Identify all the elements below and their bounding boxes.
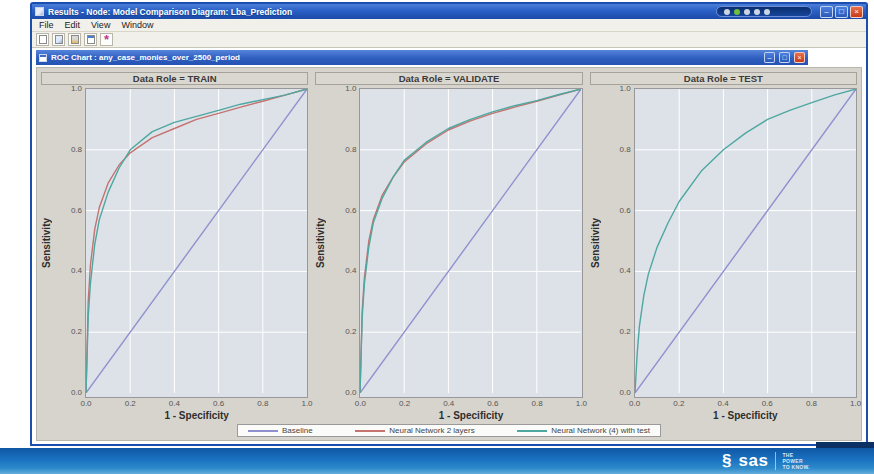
results-app-icon — [35, 7, 44, 16]
x-tick-label: 0.6 — [213, 399, 224, 408]
document-icon — [39, 35, 47, 44]
close-button[interactable]: × — [850, 6, 863, 18]
menu-view[interactable]: View — [91, 20, 110, 30]
legend-item-nn4: Neural Network (4) with test — [517, 426, 650, 435]
tagline-line: TO KNOW. — [782, 464, 810, 470]
y-axis-ticks: 0.00.20.40.60.81.0 — [603, 88, 634, 398]
x-tick-label: 0.2 — [125, 399, 136, 408]
panels-row: Data Role = TRAIN Sensitivity 0.00.20.40… — [41, 72, 857, 419]
x-tick-label: 0.8 — [257, 399, 268, 408]
roc-panel-validate: Data Role = VALIDATE Sensitivity 0.00.20… — [315, 72, 582, 419]
roc-curves-svg — [635, 89, 856, 393]
y-tick-label: 0.8 — [345, 145, 356, 154]
y-tick-label: 0.8 — [620, 145, 631, 154]
y-tick-label: 0.4 — [71, 266, 82, 275]
x-axis-ticks: 0.00.20.40.60.81.0 — [359, 398, 582, 409]
x-tick-label: 1.0 — [576, 399, 587, 408]
plot-area-test — [634, 88, 857, 398]
y-tick-label: 1.0 — [71, 84, 82, 93]
y-tick-label: 0.8 — [71, 145, 82, 154]
y-tick-label: 1.0 — [345, 84, 356, 93]
results-window: Results - Node: Model Comparison Diagram… — [30, 2, 868, 446]
print-icon[interactable] — [68, 33, 81, 46]
recorder-record-button[interactable] — [734, 9, 740, 15]
x-tick-label: 0.6 — [762, 399, 773, 408]
roc-panel-test: Data Role = TEST Sensitivity 0.00.20.40.… — [590, 72, 857, 419]
x-tick-label: 0.0 — [629, 399, 640, 408]
y-tick-label: 0.6 — [71, 206, 82, 215]
x-tick-label: 1.0 — [850, 399, 861, 408]
recorder-button[interactable] — [764, 9, 770, 15]
menu-edit[interactable]: Edit — [65, 20, 81, 30]
recorder-button[interactable] — [744, 9, 750, 15]
printer-icon — [71, 35, 79, 44]
legend-line-swatch — [248, 430, 278, 432]
y-axis-label: Sensitivity — [590, 88, 603, 398]
recorder-button[interactable] — [724, 9, 730, 15]
legend-line-swatch — [517, 430, 547, 432]
toolbar: * — [32, 32, 866, 48]
x-tick-label: 0.4 — [443, 399, 454, 408]
run-icon[interactable]: * — [100, 33, 113, 46]
menu-window[interactable]: Window — [121, 20, 153, 30]
x-tick-label: 0.2 — [673, 399, 684, 408]
maximize-button[interactable]: □ — [835, 6, 848, 18]
title-bar[interactable]: Results - Node: Model Comparison Diagram… — [32, 4, 866, 19]
roc-curves-svg — [360, 89, 581, 393]
menu-bar: File Edit View Window — [32, 19, 866, 32]
x-axis-label: 1 - Specificity — [634, 409, 857, 423]
roc-chart-window-icon — [39, 54, 47, 62]
sas-tagline: THE POWER TO KNOW. — [775, 452, 810, 470]
x-tick-label: 0.4 — [717, 399, 728, 408]
y-tick-label: 0.0 — [620, 388, 631, 397]
x-tick-label: 0.4 — [169, 399, 180, 408]
y-tick-label: 0.2 — [620, 327, 631, 336]
roc-minimize-button[interactable]: – — [764, 52, 775, 63]
y-axis-label: Sensitivity — [315, 88, 328, 398]
x-tick-label: 0.8 — [532, 399, 543, 408]
x-tick-label: 0.8 — [806, 399, 817, 408]
series-baseline — [635, 89, 856, 393]
legend-item-baseline: Baseline — [248, 426, 313, 435]
x-axis-label: 1 - Specificity — [85, 409, 308, 423]
window-controls: – □ × — [820, 6, 863, 18]
sas-logo: § sas THE POWER TO KNOW. — [722, 452, 810, 470]
y-tick-label: 0.4 — [620, 266, 631, 275]
menu-file[interactable]: File — [39, 20, 54, 30]
roc-curves-svg — [86, 89, 307, 393]
y-tick-label: 0.4 — [345, 266, 356, 275]
y-axis-ticks: 0.00.20.40.60.81.0 — [328, 88, 359, 398]
plot-area-train — [85, 88, 308, 398]
legend-line-swatch — [355, 430, 385, 432]
recorder-overlay[interactable] — [716, 6, 812, 17]
x-tick-label: 0.6 — [487, 399, 498, 408]
legend-label: Neural Network 2 layers — [389, 426, 474, 435]
roc-window-title: ROC Chart : any_case_monies_over_2500_pe… — [51, 53, 760, 62]
sas-logo-text: sas — [739, 453, 769, 469]
x-axis-ticks: 0.00.20.40.60.81.0 — [634, 398, 857, 409]
recorder-button[interactable] — [754, 9, 760, 15]
x-tick-label: 0.2 — [399, 399, 410, 408]
legend-item-nn2: Neural Network 2 layers — [355, 426, 474, 435]
workspace: ROC Chart : any_case_monies_over_2500_pe… — [32, 48, 866, 444]
y-tick-label: 0.2 — [71, 327, 82, 336]
spark-icon: * — [103, 35, 111, 44]
window-title: Results - Node: Model Comparison Diagram… — [48, 7, 712, 17]
roc-window-titlebar[interactable]: ROC Chart : any_case_monies_over_2500_pe… — [36, 50, 808, 65]
y-tick-label: 0.0 — [71, 388, 82, 397]
series-baseline — [86, 89, 307, 393]
x-tick-label: 1.0 — [301, 399, 312, 408]
y-tick-label: 0.0 — [345, 388, 356, 397]
y-tick-label: 0.2 — [345, 327, 356, 336]
minimize-button[interactable]: – — [820, 6, 833, 18]
new-document-icon[interactable] — [36, 33, 49, 46]
frame-icon — [87, 35, 95, 44]
x-axis-ticks: 0.00.20.40.60.81.0 — [85, 398, 308, 409]
window-frame-icon[interactable] — [84, 33, 97, 46]
roc-panel-train: Data Role = TRAIN Sensitivity 0.00.20.40… — [41, 72, 308, 419]
copy-icon[interactable] — [52, 33, 65, 46]
roc-close-button[interactable]: × — [794, 52, 805, 63]
roc-restore-button[interactable]: □ — [779, 52, 790, 63]
y-tick-label: 0.6 — [345, 206, 356, 215]
x-axis-label: 1 - Specificity — [359, 409, 582, 423]
